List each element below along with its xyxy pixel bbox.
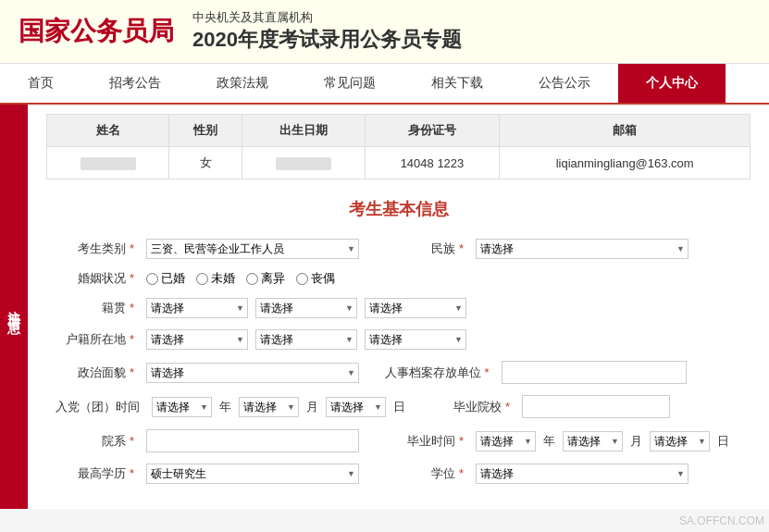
graduation-label: 毕业院校 — [431, 399, 515, 415]
household-label: 户籍所在地 — [56, 331, 139, 348]
join-year-select[interactable]: 请选择 — [152, 397, 212, 417]
nav-personal[interactable]: 个人中心 — [618, 64, 726, 103]
main-content: 注册信息 姓名 性别 出生日期 身份证号 邮箱 女 14048 1223 — [0, 105, 769, 509]
col-birthdate: 出生日期 — [242, 115, 365, 147]
grad-day-wrapper: 请选择 — [650, 431, 710, 452]
degree-select[interactable]: 请选择 — [476, 464, 688, 484]
marital-divorced[interactable]: 离异 — [246, 270, 285, 287]
graduation-input[interactable] — [522, 395, 670, 418]
row-exam-type: 考生类别 三资、民营等企业工作人员 民族 请选择 — [56, 239, 741, 259]
native-select-1[interactable]: 请选择 — [146, 298, 248, 318]
header: 国家公务员局 中央机关及其直属机构 2020年度考试录用公务员专题 — [0, 0, 769, 64]
household-select-3[interactable]: 请选择 — [365, 329, 466, 350]
join-month-wrapper: 请选择 — [239, 397, 299, 417]
education-select-wrapper: 硕士研究生 — [146, 464, 359, 484]
marital-single[interactable]: 未婚 — [196, 270, 235, 287]
table-row: 女 14048 1223 liqianmingliang@163.com — [47, 147, 750, 179]
cell-id: 14048 1223 — [365, 147, 500, 179]
year-label2: 年 — [543, 433, 555, 450]
nation-label: 民族 — [385, 241, 468, 257]
marital-widowed[interactable]: 丧偶 — [296, 270, 335, 287]
join-time-label: 入党（团）时间 — [56, 399, 144, 415]
month-label2: 月 — [630, 433, 642, 450]
info-table: 姓名 性别 出生日期 身份证号 邮箱 女 14048 1223 liqianmi… — [46, 114, 750, 179]
header-title: 2020年度考试录用公务员专题 — [192, 26, 462, 54]
grad-month-wrapper: 请选择 — [563, 431, 623, 452]
nav-faq[interactable]: 常见问题 — [296, 64, 403, 103]
degree-select-wrapper: 请选择 — [476, 464, 688, 484]
col-name: 姓名 — [47, 115, 169, 147]
exam-type-select[interactable]: 三资、民营等企业工作人员 — [146, 239, 359, 259]
native-label: 籍贯 — [56, 300, 139, 316]
native-select-2[interactable]: 请选择 — [255, 298, 357, 318]
native-sel2-wrapper: 请选择 — [255, 298, 357, 318]
household-select-1[interactable]: 请选择 — [146, 329, 248, 350]
marital-married[interactable]: 已婚 — [146, 270, 185, 287]
household-sel2-wrapper: 请选择 — [255, 329, 357, 350]
nav-policy[interactable]: 政策法规 — [189, 64, 296, 103]
grad-year-wrapper: 请选择 — [476, 431, 536, 452]
row-political: 政治面貌 请选择 人事档案存放单位 — [56, 361, 741, 384]
content-area: 姓名 性别 出生日期 身份证号 邮箱 女 14048 1223 liqianmi… — [28, 105, 769, 509]
register-tab[interactable]: 注册信息 — [0, 105, 28, 509]
row-marital: 婚姻状况 已婚 未婚 离异 丧偶 — [56, 270, 741, 287]
cell-birthdate — [242, 147, 365, 179]
join-year-wrapper: 请选择 — [152, 397, 212, 417]
education-select[interactable]: 硕士研究生 — [146, 464, 359, 484]
exam-type-label: 考生类别 — [56, 241, 139, 257]
nav-home[interactable]: 首页 — [0, 64, 81, 103]
nation-select-wrapper: 请选择 — [476, 239, 688, 259]
grad-month-select[interactable]: 请选择 — [563, 431, 623, 452]
education-label: 最高学历 — [56, 465, 139, 482]
col-email: 邮箱 — [500, 115, 750, 147]
exam-type-select-wrapper: 三资、民营等企业工作人员 — [146, 239, 359, 259]
row-native: 籍贯 请选择 请选择 请选择 — [56, 298, 741, 318]
year-label: 年 — [219, 399, 231, 415]
political-select-wrapper: 请选择 — [146, 363, 359, 383]
day-label: 日 — [393, 399, 405, 415]
col-gender: 性别 — [169, 115, 242, 147]
row-education: 最高学历 硕士研究生 学位 请选择 — [56, 464, 741, 484]
day-label2: 日 — [717, 433, 729, 450]
marital-label: 婚姻状况 — [56, 270, 139, 287]
household-sel3-wrapper: 请选择 — [365, 329, 466, 350]
row-college: 院系 毕业时间 请选择 年 请选择 月 请选择 — [56, 429, 741, 452]
cell-gender: 女 — [169, 147, 242, 179]
hr-label: 人事档案存放单位 — [385, 365, 494, 381]
logo: 国家公务员局 — [19, 14, 174, 49]
nav-notice[interactable]: 公告公示 — [511, 64, 618, 103]
political-label: 政治面貌 — [56, 365, 139, 381]
hr-input[interactable] — [502, 361, 687, 384]
section-title: 考生基本信息 — [46, 198, 750, 220]
grad-time-label: 毕业时间 — [385, 433, 468, 450]
grad-day-select[interactable]: 请选择 — [650, 431, 710, 452]
header-right: 中央机关及其直属机构 2020年度考试录用公务员专题 — [192, 9, 462, 54]
row-household: 户籍所在地 请选择 请选择 请选择 — [56, 329, 741, 350]
nation-select[interactable]: 请选择 — [476, 239, 688, 259]
nav-bar: 首页 招考公告 政策法规 常见问题 相关下载 公告公示 个人中心 — [0, 64, 769, 105]
native-sel1-wrapper: 请选择 — [146, 298, 248, 318]
household-select-2[interactable]: 请选择 — [255, 329, 357, 350]
political-select[interactable]: 请选择 — [146, 363, 359, 383]
marital-radio-group: 已婚 未婚 离异 丧偶 — [146, 270, 335, 287]
col-id: 身份证号 — [365, 115, 500, 147]
join-day-select[interactable]: 请选择 — [326, 397, 386, 417]
join-day-wrapper: 请选择 — [326, 397, 386, 417]
degree-label: 学位 — [385, 465, 468, 482]
cell-email: liqianmingliang@163.com — [500, 147, 750, 179]
join-month-select[interactable]: 请选择 — [239, 397, 299, 417]
household-sel1-wrapper: 请选择 — [146, 329, 248, 350]
grad-year-select[interactable]: 请选择 — [476, 431, 536, 452]
header-sub: 中央机关及其直属机构 — [192, 9, 462, 26]
cell-name — [47, 147, 169, 179]
college-label: 院系 — [56, 433, 139, 450]
native-sel3-wrapper: 请选择 — [365, 298, 466, 318]
native-select-3[interactable]: 请选择 — [365, 298, 466, 318]
month-label: 月 — [306, 399, 318, 415]
nav-announcement[interactable]: 招考公告 — [81, 64, 189, 103]
nav-download[interactable]: 相关下载 — [403, 64, 511, 103]
row-join-time: 入党（团）时间 请选择 年 请选择 月 请选择 — [56, 395, 741, 418]
form-section: 考生类别 三资、民营等企业工作人员 民族 请选择 婚姻状况 — [46, 234, 750, 500]
college-input[interactable] — [146, 429, 359, 452]
